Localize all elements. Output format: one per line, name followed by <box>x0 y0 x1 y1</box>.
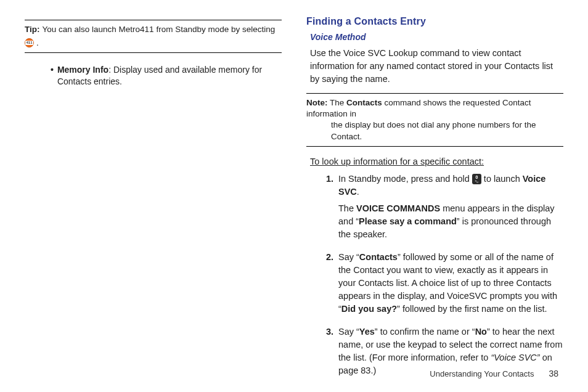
intro-paragraph: Use the Voice SVC Lookup command to view… <box>310 47 563 86</box>
step-body: Say “Contacts” followed by some or all o… <box>338 251 563 319</box>
bullet-marker: • <box>51 64 54 88</box>
note-callout: Note: The Contacts command shows the req… <box>306 93 563 147</box>
page-body: Tip: You can also launch Metro411 from S… <box>0 0 588 387</box>
s2-d: Did you say? <box>341 304 397 314</box>
step-body: In Standby mode, press and hold 0+␣ to l… <box>338 173 563 245</box>
page-number: 38 <box>549 369 558 378</box>
s2-b: Contacts <box>359 252 398 262</box>
key-bottom: +␣ <box>475 179 478 182</box>
tip-text-before: You can also launch Metro411 from Standb… <box>43 24 276 35</box>
411-icon-label: 411 <box>25 41 33 45</box>
footer-section: Understanding Your Contacts <box>430 369 534 378</box>
zero-key-icon: 0+␣ <box>472 174 481 184</box>
s2-e: ” followed by the first name on the list… <box>397 304 547 314</box>
s2-a: Say “ <box>338 252 359 262</box>
s3-d: No <box>475 327 487 337</box>
subsection-heading: Voice Method <box>310 32 563 42</box>
ordered-steps: 1. In Standby mode, press and hold 0+␣ t… <box>306 173 563 381</box>
s1-d: . <box>357 187 359 197</box>
bullet-bold: Memory Info <box>57 65 108 75</box>
left-column: Tip: You can also launch Metro411 from S… <box>25 15 282 387</box>
bullet-list: • Memory Info: Display used and availabl… <box>25 64 282 88</box>
step-number: 1. <box>321 173 333 245</box>
step-number: 2. <box>321 251 333 319</box>
right-column: Finding a Contacts Entry Voice Method Us… <box>306 15 563 387</box>
note-bold: Contacts <box>346 98 382 107</box>
section-heading: Finding a Contacts Entry <box>306 16 563 27</box>
note-label: Note: <box>306 98 328 107</box>
list-item: • Memory Info: Display used and availabl… <box>51 64 282 88</box>
411-icon: 411 <box>25 38 34 47</box>
step-number: 3. <box>321 325 333 381</box>
tip-text-after: . <box>36 38 39 49</box>
step-2: 2. Say “Contacts” followed by some or al… <box>321 251 563 319</box>
note-line2: the display but does not dial any phone … <box>306 120 563 142</box>
note-line1a: The <box>330 98 346 107</box>
bullet-body: Memory Info: Display used and available … <box>57 64 282 88</box>
tip-label: Tip: <box>25 24 40 35</box>
tip-callout: Tip: You can also launch Metro411 from S… <box>25 20 282 53</box>
procedure-lead: To look up information for a specific co… <box>310 157 563 166</box>
s3-c: ” to confirm the name or “ <box>375 327 475 337</box>
s3-f: “Voice SVC” <box>491 353 539 362</box>
s3-b: Yes <box>359 327 375 337</box>
s1-p2a: The <box>338 203 356 213</box>
s3-a: Say “ <box>338 327 359 337</box>
s1-p2d: Please say a command <box>359 216 457 226</box>
step-1: 1. In Standby mode, press and hold 0+␣ t… <box>321 173 563 245</box>
s1-b: to launch <box>481 174 523 184</box>
s1-p2b: VOICE COMMANDS <box>356 203 440 213</box>
s1-a: In Standby mode, press and hold <box>338 174 472 184</box>
page-footer: Understanding Your Contacts 38 <box>430 369 558 378</box>
